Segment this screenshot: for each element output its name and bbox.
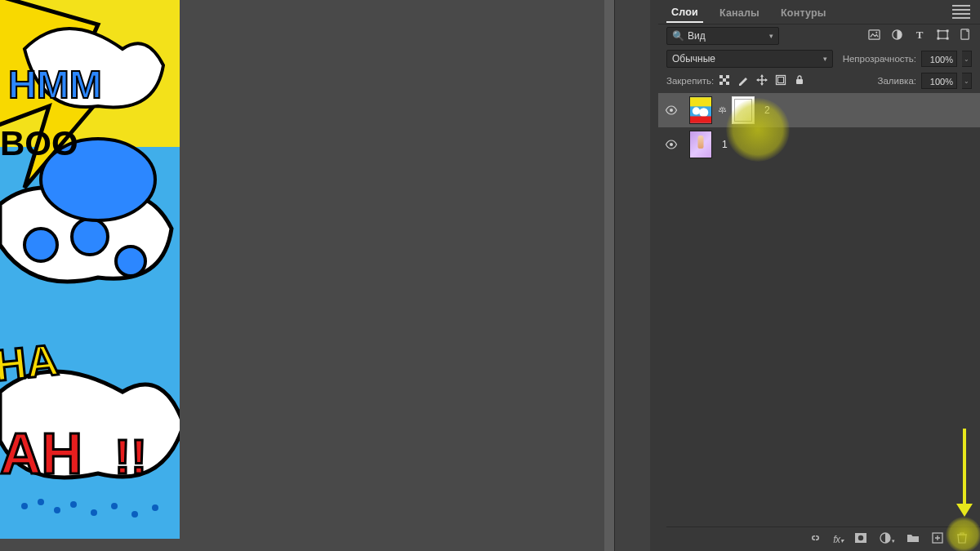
svg-point-13: [54, 507, 60, 513]
svg-text:AH: AH: [0, 422, 82, 486]
lock-artboard-icon[interactable]: [775, 74, 786, 88]
svg-point-20: [875, 32, 877, 33]
svg-point-17: [131, 511, 138, 518]
panel-dock-gap: [614, 0, 650, 551]
new-group-icon[interactable]: [906, 531, 920, 547]
new-adjustment-icon[interactable]: ▾: [879, 531, 895, 547]
lock-all-icon[interactable]: [794, 74, 805, 88]
svg-point-18: [152, 504, 158, 511]
lock-pixels-icon[interactable]: [737, 74, 749, 88]
filter-shape-icon[interactable]: [936, 29, 949, 43]
add-mask-icon[interactable]: [854, 531, 867, 547]
svg-rect-35: [778, 77, 784, 82]
svg-point-45: [858, 535, 863, 540]
svg-point-11: [21, 503, 28, 509]
svg-point-3: [72, 219, 108, 255]
svg-point-41: [699, 108, 708, 117]
layer-filter-row: 🔍 Вид ▾ T: [658, 24, 980, 47]
tab-paths[interactable]: Контуры: [776, 2, 831, 22]
svg-point-40: [693, 107, 700, 114]
blend-mode-value: Обычные: [672, 53, 715, 64]
canvas-area[interactable]: HMM BOO HA AH !!: [0, 0, 604, 551]
opacity-input[interactable]: 100%: [921, 51, 957, 67]
layer-name[interactable]: 2: [764, 104, 770, 116]
layer-row[interactable]: 𐄷 2: [658, 93, 980, 127]
svg-point-12: [38, 499, 44, 505]
svg-rect-42: [690, 116, 711, 122]
svg-text:!!: !!: [114, 429, 147, 484]
svg-rect-26: [946, 38, 948, 40]
lock-transparency-icon[interactable]: [719, 74, 730, 88]
svg-rect-32: [719, 82, 723, 85]
layer-row[interactable]: 1: [658, 127, 980, 162]
blend-mode-dropdown[interactable]: Обычные ▾: [666, 50, 833, 68]
lock-label: Закрепить:: [666, 76, 714, 86]
opacity-chevron-icon[interactable]: ⌄: [962, 51, 972, 67]
new-layer-icon[interactable]: [931, 531, 944, 547]
visibility-icon[interactable]: [665, 138, 678, 151]
filter-kind-dropdown[interactable]: 🔍 Вид ▾: [666, 27, 779, 45]
filter-pixel-icon[interactable]: [867, 29, 880, 43]
fill-chevron-icon[interactable]: ⌄: [962, 73, 972, 89]
fx-icon[interactable]: fx▾: [833, 534, 843, 545]
svg-rect-24: [946, 29, 948, 32]
fill-label: Заливка:: [878, 76, 916, 86]
document-image[interactable]: HMM BOO HA AH !!: [0, 0, 180, 539]
panel-tabs: Слои Каналы Контуры: [658, 0, 980, 24]
svg-rect-30: [726, 75, 729, 78]
svg-rect-33: [726, 82, 729, 85]
ruler-area: [604, 0, 614, 551]
svg-rect-39: [690, 97, 711, 106]
svg-point-14: [70, 501, 77, 508]
link-layers-icon[interactable]: [808, 531, 822, 547]
layers-panel: Слои Каналы Контуры 🔍 Вид ▾ T Обычные ▾: [650, 0, 980, 551]
svg-point-15: [91, 509, 97, 516]
visibility-icon[interactable]: [665, 104, 678, 117]
delete-layer-icon[interactable]: [956, 531, 969, 547]
layer-mask-link-icon[interactable]: 𐄷: [717, 104, 727, 116]
svg-rect-19: [868, 30, 879, 39]
svg-rect-22: [938, 31, 947, 38]
fill-input[interactable]: 100%: [921, 73, 957, 89]
layer-thumbnail[interactable]: [689, 131, 712, 158]
svg-text:BOO: BOO: [0, 124, 78, 162]
svg-text:HMM: HMM: [8, 63, 102, 106]
layers-bottom-bar: fx▾ ▾: [666, 527, 980, 551]
layer-mask-thumbnail[interactable]: [732, 96, 755, 124]
filter-kind-label: Вид: [688, 30, 706, 42]
lock-position-icon[interactable]: [756, 74, 768, 88]
svg-rect-29: [719, 75, 723, 78]
search-icon: 🔍: [672, 30, 684, 42]
layer-thumbnail[interactable]: [689, 96, 712, 124]
svg-point-43: [670, 143, 673, 146]
separator: [614, 0, 615, 551]
filter-adjustment-icon[interactable]: [890, 29, 903, 43]
svg-rect-36: [796, 79, 803, 84]
svg-point-16: [111, 503, 118, 509]
filter-type-icons: T: [867, 29, 972, 43]
layer-name[interactable]: 1: [722, 139, 728, 150]
svg-rect-25: [937, 38, 939, 40]
svg-point-2: [24, 229, 57, 261]
layers-list: 𐄷 2 1: [658, 91, 980, 162]
svg-text:HA: HA: [0, 335, 60, 390]
filter-type-icon[interactable]: T: [913, 29, 926, 43]
chevron-down-icon: ▾: [823, 55, 827, 63]
blend-row: Обычные ▾ Непрозрачность: 100% ⌄: [658, 47, 980, 70]
svg-point-4: [116, 247, 145, 276]
panel-menu-icon[interactable]: [952, 3, 970, 21]
lock-row: Закрепить: Заливка: 100% ⌄: [658, 70, 980, 91]
opacity-label: Непрозрачность:: [843, 54, 916, 64]
tab-layers[interactable]: Слои: [666, 2, 703, 23]
svg-point-37: [670, 109, 673, 112]
svg-rect-31: [723, 78, 726, 82]
tab-channels[interactable]: Каналы: [715, 2, 764, 22]
filter-smartobj-icon[interactable]: [959, 29, 972, 43]
svg-rect-23: [937, 29, 939, 32]
chevron-down-icon: ▾: [769, 32, 773, 40]
